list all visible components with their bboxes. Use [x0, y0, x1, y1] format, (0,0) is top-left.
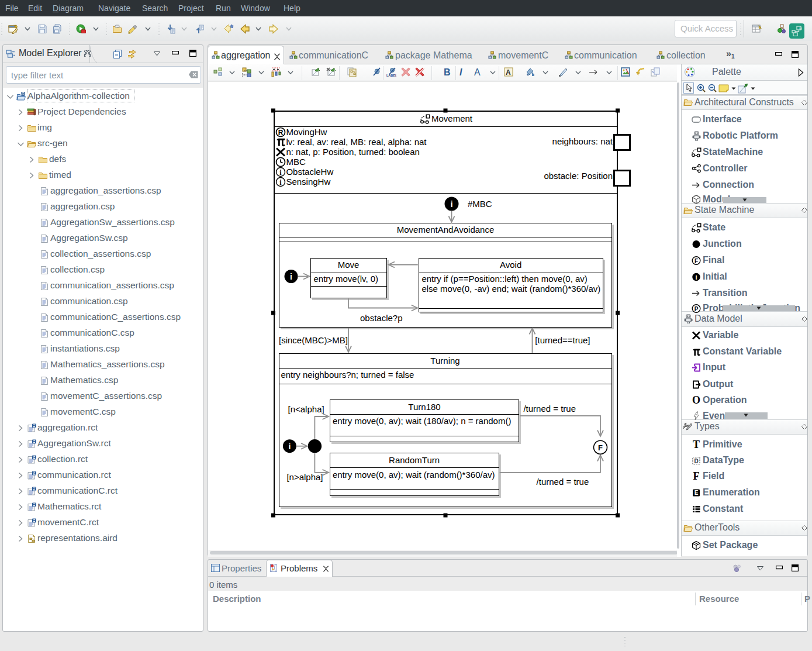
svg-text:A: A — [506, 68, 511, 77]
svg-text:F: F — [598, 443, 603, 452]
svg-text:i: i — [290, 272, 292, 281]
svg-text:M: M — [799, 27, 802, 30]
svg-text:i: i — [288, 442, 291, 451]
svg-text:i: i — [450, 199, 452, 209]
svg-text:LABEL: LABEL — [386, 74, 396, 77]
